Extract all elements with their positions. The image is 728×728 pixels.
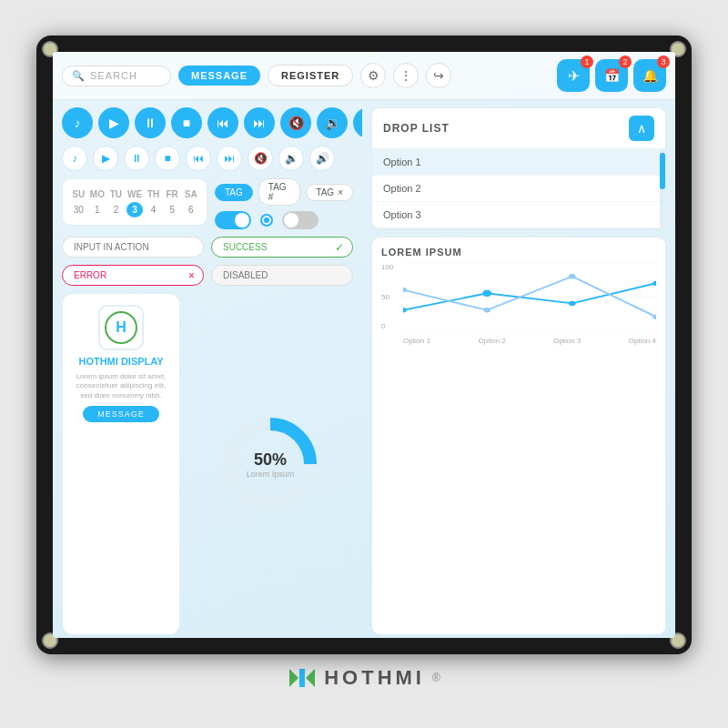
media-stop-btn[interactable]: ■: [171, 107, 202, 138]
media-pause-btn-2[interactable]: ⏸: [124, 146, 149, 171]
settings-button[interactable]: ⚙: [360, 63, 386, 88]
input-action-wrapper: [62, 237, 204, 258]
tag-2[interactable]: TAG #: [258, 178, 301, 206]
cal-day-2[interactable]: 2: [107, 202, 125, 217]
dots-icon: ⋮: [399, 68, 412, 83]
input-row-1: ✓: [62, 237, 353, 258]
chart-x-labels: Option 1 Option 2 Option 3 Option 4: [403, 337, 656, 345]
chart-y-0: 0: [381, 322, 393, 330]
cal-day-5[interactable]: 5: [164, 202, 181, 217]
svg-point-11: [403, 288, 407, 293]
cal-day-3-today[interactable]: 3: [126, 202, 144, 217]
message-button[interactable]: MESSAGE: [178, 66, 260, 86]
svg-point-10: [652, 280, 656, 286]
chart-x-opt3: Option 3: [553, 337, 581, 345]
drop-option-1[interactable]: Option 1: [372, 149, 665, 176]
left-panel: ♪ ▶ ⏸ ■ ⏮ ⏭ 🔇 🔉 🔊 ♪ ▶ ⏸ ■ ⏮ ⏭: [53, 100, 362, 638]
chart-y-labels: 100 50 0: [381, 263, 393, 330]
drop-list-title: DROP LIST: [383, 122, 450, 135]
input-disabled-wrapper: [211, 265, 353, 286]
search-label: SEARCH: [90, 70, 137, 81]
top-bar: 🔍 SEARCH MESSAGE REGISTER ⚙ ⋮ ↪ ✈ 1: [53, 52, 675, 100]
tag-1[interactable]: TAG: [215, 184, 253, 201]
drop-list-toggle-button[interactable]: ∧: [629, 116, 654, 141]
product-card: H HOTHMI DISPLAY Lorem ipsum dolor sit a…: [62, 293, 180, 635]
media-mute-btn-2[interactable]: 🔇: [248, 146, 273, 171]
toggle-off[interactable]: [282, 211, 318, 229]
drop-option-3[interactable]: Option 3: [372, 202, 665, 228]
media-row-2: ♪ ▶ ⏸ ■ ⏮ ⏭ 🔇 🔉 🔊: [62, 146, 353, 171]
cal-day-1[interactable]: 1: [89, 202, 106, 217]
media-next-btn-2[interactable]: ⏭: [217, 146, 242, 171]
svg-text:H: H: [116, 319, 126, 335]
bell-icon-button[interactable]: 🔔 3: [633, 59, 666, 92]
radio-row: [260, 214, 273, 227]
media-mute-btn[interactable]: 🔇: [280, 107, 311, 138]
radio-btn[interactable]: [260, 214, 273, 227]
brand-logo: [288, 663, 317, 693]
media-next-btn[interactable]: ⏭: [244, 107, 275, 138]
media-music-btn[interactable]: ♪: [62, 107, 93, 138]
exit-button[interactable]: ↪: [426, 63, 451, 88]
input-error[interactable]: [62, 265, 204, 286]
input-error-wrapper: ×: [62, 265, 204, 286]
cal-day-4[interactable]: 4: [145, 202, 162, 217]
send-icon-button[interactable]: ✈ 1: [557, 59, 590, 92]
drop-list-scrollbar[interactable]: [660, 149, 665, 228]
media-vol-down-btn[interactable]: 🔉: [317, 107, 348, 138]
toggle-row: [215, 211, 353, 229]
media-prev-btn-2[interactable]: ⏮: [186, 146, 211, 171]
card-title: HOTHMI DISPLAY: [78, 356, 163, 367]
media-play-btn[interactable]: ▶: [98, 107, 129, 138]
more-button[interactable]: ⋮: [393, 63, 419, 88]
card-logo: H: [98, 305, 144, 350]
media-prev-btn[interactable]: ⏮: [207, 107, 238, 138]
drop-list-scrollbar-thumb: [660, 153, 665, 189]
send-icon: ✈: [568, 67, 580, 85]
card-message-button[interactable]: MESSAGE: [83, 406, 159, 422]
donut-chart: 50% Lorem Ipsum: [220, 414, 320, 514]
media-stop-btn-2[interactable]: ■: [155, 146, 180, 171]
error-icon: ×: [188, 269, 195, 282]
cal-day-6[interactable]: 6: [182, 202, 199, 217]
donut-section: 50% Lorem Ipsum: [187, 293, 353, 635]
bell-badge: 3: [657, 56, 670, 68]
chart-x-opt4: Option 4: [629, 337, 656, 345]
cal-mo: MO: [89, 187, 106, 202]
media-pause-btn[interactable]: ⏸: [135, 107, 166, 138]
cal-header-row: SU MO TU WE TH FR SA: [70, 187, 199, 202]
media-play-btn-2[interactable]: ▶: [93, 146, 118, 171]
donut-sublabel: Lorem Ipsum: [247, 470, 295, 479]
input-success[interactable]: [211, 237, 353, 258]
cal-tu: TU: [107, 187, 125, 202]
chart-y-100: 100: [381, 263, 393, 271]
search-box[interactable]: 🔍 SEARCH: [62, 66, 171, 86]
corner-icons: ✈ 1 📅 2 🔔 3: [557, 59, 666, 92]
cal-day-30[interactable]: 30: [70, 202, 87, 217]
tag-3[interactable]: TAG ×: [306, 184, 353, 201]
calendar-icon: 📅: [604, 68, 620, 83]
svg-point-9: [569, 301, 576, 307]
success-icon: ✓: [335, 241, 344, 254]
card-text: Lorem ipsum dolor sit amet, consectetuer…: [74, 372, 168, 400]
brand-text: HOTHMI: [324, 666, 425, 690]
chart-title: LOREM IPSUM: [381, 247, 656, 258]
donut-percent: 50%: [247, 450, 295, 470]
register-button[interactable]: REGISTER: [268, 65, 353, 86]
toggle-on[interactable]: [215, 211, 251, 229]
send-badge: 1: [581, 56, 593, 68]
media-vol-up-btn-2[interactable]: 🔊: [309, 146, 335, 171]
tags-row: TAG TAG # TAG ×: [215, 178, 353, 206]
calendar-badge: 2: [619, 56, 632, 68]
media-vol-up-btn[interactable]: 🔊: [353, 107, 362, 138]
right-panel: DROP LIST ∧ Option 1 Option 2 Option 3 L: [362, 100, 675, 638]
svg-point-7: [403, 308, 407, 313]
media-music-btn-2[interactable]: ♪: [62, 146, 87, 171]
input-action[interactable]: [62, 237, 204, 258]
svg-point-13: [569, 274, 576, 279]
cal-th: TH: [145, 187, 162, 202]
calendar-icon-button[interactable]: 📅 2: [595, 59, 628, 92]
drop-option-2[interactable]: Option 2: [372, 176, 665, 202]
media-vol-down-btn-2[interactable]: 🔉: [278, 146, 304, 171]
gear-icon: ⚙: [368, 68, 379, 83]
